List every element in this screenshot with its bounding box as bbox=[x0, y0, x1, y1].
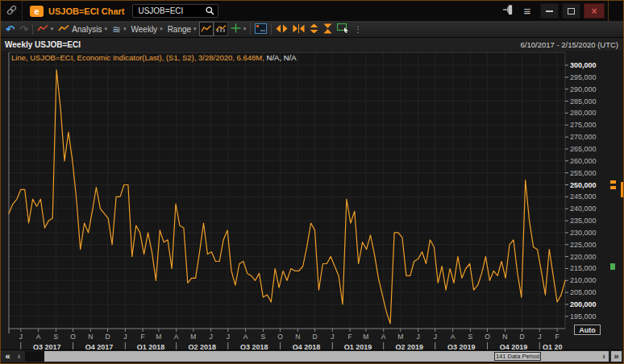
quarter-label: Q1 2018 bbox=[137, 343, 165, 350]
legend-series-text: Line, USJOB=ECI, Economic Indicator(Last… bbox=[11, 53, 264, 62]
scroll-next-button[interactable]: › bbox=[602, 351, 605, 362]
month-letter: M bbox=[156, 333, 161, 341]
undo-button[interactable]: ↶ bbox=[3, 22, 17, 36]
overflow-icon: ⋮ bbox=[354, 25, 361, 34]
search-input[interactable] bbox=[133, 6, 206, 15]
add-window-icon bbox=[255, 23, 267, 35]
link-icon bbox=[6, 4, 18, 19]
month-letter: F bbox=[555, 333, 560, 341]
y-tick-label: 260,000 bbox=[570, 157, 597, 165]
chart-type-line-button[interactable] bbox=[199, 22, 214, 36]
line-style-button[interactable]: ▾ bbox=[35, 22, 56, 36]
month-letter: J bbox=[123, 333, 127, 341]
series-legend[interactable]: Line, USJOB=ECI, Economic Indicator(Last… bbox=[11, 53, 297, 62]
interval-label: Weekly bbox=[131, 25, 158, 34]
add-subchart-button[interactable] bbox=[252, 22, 269, 36]
search-icon[interactable] bbox=[206, 6, 218, 15]
quarter-label: Q4 2017 bbox=[85, 343, 114, 350]
close-button[interactable]: × bbox=[584, 3, 605, 19]
toolbar-separator bbox=[250, 23, 251, 35]
expand-vertical-button[interactable] bbox=[307, 22, 321, 36]
data-period-label: 141 Data Period bbox=[494, 352, 541, 361]
scroll-prev-button[interactable]: ‹ bbox=[14, 351, 24, 362]
month-letter: J bbox=[331, 333, 334, 341]
month-letter: D bbox=[519, 333, 524, 341]
compress-horizontal-button[interactable] bbox=[290, 22, 307, 36]
titlebar: e USJOB=ECI Chart bbox=[1, 1, 623, 21]
month-letter: O bbox=[485, 333, 490, 341]
y-tick-label: 235,000 bbox=[570, 217, 597, 225]
crosshair-axis-icon bbox=[231, 23, 241, 35]
chevron-down-icon: ▾ bbox=[123, 26, 127, 32]
axis-range-marker-top[interactable] bbox=[610, 180, 616, 184]
quarter-label: Q3 2018 bbox=[240, 343, 268, 350]
time-window-button[interactable] bbox=[321, 22, 335, 36]
y-tick-label: 295,000 bbox=[570, 73, 597, 81]
y-tick-label: 265,000 bbox=[570, 145, 597, 153]
month-letter: S bbox=[468, 333, 473, 341]
app-window: e USJOB=ECI Chart bbox=[0, 0, 624, 364]
y-axis-auto-button[interactable]: Auto bbox=[574, 325, 601, 335]
zoom-select-button[interactable] bbox=[335, 22, 352, 36]
window-title: USJOB=ECI Chart bbox=[48, 6, 124, 16]
range-menu[interactable]: Range ▾ bbox=[165, 22, 199, 36]
interval-menu[interactable]: Weekly ▾ bbox=[129, 22, 165, 36]
quarter-label: Q3 2019 bbox=[447, 343, 476, 350]
legend-na-text: N/A, N/A bbox=[264, 53, 297, 62]
time-scrollbar[interactable]: « ‹ 141 Data Period › » bbox=[1, 350, 623, 362]
close-icon: × bbox=[591, 6, 597, 17]
y-tick-label: 210,000 bbox=[570, 276, 597, 284]
axis-range-marker-bottom[interactable] bbox=[610, 186, 616, 189]
maximize-button[interactable] bbox=[562, 3, 580, 19]
y-tick-label: 195,000 bbox=[570, 312, 597, 321]
smoothing-menu[interactable]: ≋ ▾ bbox=[110, 22, 128, 36]
last-value-marker bbox=[610, 263, 615, 270]
quarter-label: Q1 20 bbox=[543, 343, 563, 350]
price-chart-canvas[interactable]: 195,000200,000205,000210,000215,000220,0… bbox=[1, 38, 614, 350]
scroll-last-button[interactable]: » bbox=[611, 351, 622, 362]
dock-layout-button[interactable] bbox=[498, 3, 518, 19]
toolbar-overflow-button[interactable]: ⋮ bbox=[352, 22, 364, 36]
compress-horizontal-icon bbox=[293, 24, 305, 35]
expand-horizontal-icon bbox=[276, 24, 288, 35]
eikon-logo-icon: e bbox=[30, 6, 44, 17]
y-tick-label: 215,000 bbox=[570, 264, 597, 272]
chevron-down-icon: ▾ bbox=[160, 26, 163, 32]
month-letter: A bbox=[174, 333, 179, 341]
undo-icon: ↶ bbox=[6, 23, 15, 35]
scrollbar-thumb[interactable]: 141 Data Period › bbox=[44, 351, 609, 362]
app-menu-button[interactable]: ≡ bbox=[518, 3, 537, 19]
chart-type-overlay-button[interactable] bbox=[214, 22, 228, 36]
minimize-button[interactable] bbox=[540, 3, 559, 19]
toolbar-separator bbox=[271, 23, 272, 35]
link-channel-button[interactable] bbox=[1, 1, 23, 21]
scrollbar-track[interactable]: 141 Data Period › bbox=[25, 351, 609, 362]
month-letter: F bbox=[141, 333, 145, 341]
month-letter: N bbox=[502, 333, 507, 341]
y-tick-label: 255,000 bbox=[570, 169, 597, 177]
titlebar-end-separator bbox=[608, 1, 609, 21]
month-letter: A bbox=[36, 333, 41, 341]
symbol-search-box[interactable] bbox=[132, 4, 218, 18]
zoom-select-icon bbox=[337, 23, 349, 35]
hourglass-icon bbox=[323, 23, 332, 35]
quarter-label: Q3 2017 bbox=[33, 343, 61, 350]
scroll-first-button[interactable]: « bbox=[2, 351, 13, 362]
month-letter: J bbox=[227, 333, 230, 341]
month-letter: S bbox=[54, 333, 59, 341]
chart-panel[interactable]: Weekly USJOB=ECI 6/10/2017 - 2/15/2020 (… bbox=[1, 38, 623, 350]
redo-button[interactable]: ↷ bbox=[17, 22, 31, 36]
month-letter: D bbox=[105, 333, 110, 341]
y-tick-label: 200,000 bbox=[570, 300, 597, 308]
axis-settings-button[interactable]: ▾ bbox=[228, 22, 249, 36]
y-tick-label: 280,000 bbox=[570, 109, 597, 117]
expand-horizontal-button[interactable] bbox=[273, 22, 290, 36]
month-letter: J bbox=[19, 333, 23, 341]
line-style-icon bbox=[37, 24, 48, 34]
month-letter: J bbox=[417, 333, 420, 341]
analysis-menu[interactable]: Analysis ▾ bbox=[56, 22, 110, 36]
month-letter: N bbox=[88, 333, 93, 341]
month-letter: N bbox=[295, 333, 300, 341]
y-tick-label: 285,000 bbox=[570, 97, 597, 105]
range-label: Range bbox=[168, 25, 191, 34]
